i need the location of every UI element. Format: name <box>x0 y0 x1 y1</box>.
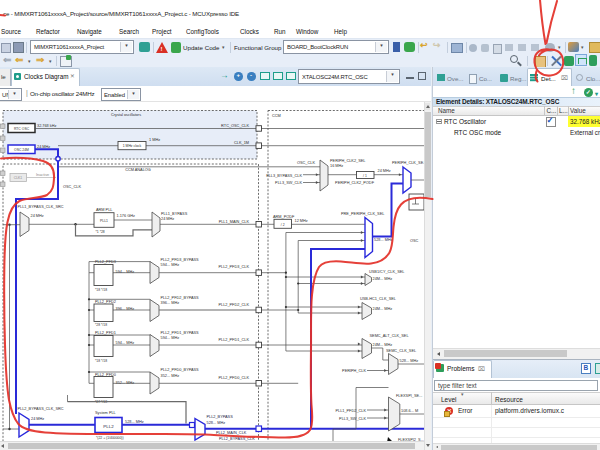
svg-text:528... MHz: 528... MHz <box>125 420 144 424</box>
svg-text:PLL1_PFD2_CLK: PLL1_PFD2_CLK <box>335 409 366 413</box>
svg-text:PLL2: PLL2 <box>103 424 114 429</box>
svg-text:594... MHz: 594... MHz <box>161 336 180 340</box>
svg-text:594... MHz: 594... MHz <box>161 263 180 267</box>
svg-text:PLL2_PFD2_CLK: PLL2_PFD2_CLK <box>218 303 249 307</box>
svg-text:352... MHz: 352... MHz <box>161 374 180 378</box>
svg-text:396... MHz: 396... MHz <box>161 301 180 305</box>
svg-text:528... MHz: 528... MHz <box>374 238 393 242</box>
svg-text:USB1/CY_CLK_SEL: USB1/CY_CLK_SEL <box>369 270 405 274</box>
svg-text:PLL2_PFD3_BYPASS: PLL2_PFD3_BYPASS <box>161 258 200 262</box>
svg-text:PLL2_PFD1: PLL2_PFD1 <box>95 331 116 335</box>
svg-text:396... MHz: 396... MHz <box>116 307 135 311</box>
svg-text:OSC_CLK: OSC_CLK <box>63 185 81 189</box>
svg-text:PLL2_PFD0_CLK: PLL2_PFD0_CLK <box>218 376 249 380</box>
svg-text:24M... MHz: 24M... MHz <box>373 343 393 347</box>
svg-text:PERIPH_CLK2_SEL: PERIPH_CLK2_SEL <box>330 159 366 163</box>
svg-text:ARM_PODF: ARM_PODF <box>273 215 295 219</box>
svg-text:528... MHz: 528... MHz <box>400 359 419 363</box>
svg-text:PLL1_BYPASS_CLK_SRC: PLL1_BYPASS_CLK_SRC <box>18 205 64 209</box>
svg-text:RTC OSC: RTC OSC <box>14 127 30 131</box>
svg-text:*(22 + (1/400000)): *(22 + (1/400000)) <box>96 436 124 440</box>
svg-text:PLL1_MAIN_CLK: PLL1_MAIN_CLK <box>219 220 250 224</box>
svg-text:/ 2: / 2 <box>281 223 285 227</box>
svg-text:24M... MHz: 24M... MHz <box>373 307 393 311</box>
svg-text:24 MHz: 24 MHz <box>378 169 391 173</box>
svg-text:594... MHz: 594... MHz <box>116 341 135 345</box>
svg-text:PLL3_BYPASS_CLK: PLL3_BYPASS_CLK <box>266 174 302 178</box>
svg-text:1 MHz: 1 MHz <box>149 138 160 142</box>
svg-text:System PLL: System PLL <box>95 411 117 415</box>
svg-text:PERIPH_CLK2_PODF: PERIPH_CLK2_PODF <box>335 181 375 185</box>
svg-text:PLL2_BYPASS_CLK_SRC: PLL2_BYPASS_CLK_SRC <box>18 407 64 411</box>
svg-text:CLK_1M: CLK_1M <box>234 141 249 145</box>
svg-text:PLL2_PFD0: PLL2_PFD0 <box>95 373 116 377</box>
svg-text:24 MHz: 24 MHz <box>31 214 44 218</box>
svg-text:PLL3_SW_CLK: PLL3_SW_CLK <box>339 417 366 421</box>
svg-text:PLL2_PFD2: PLL2_PFD2 <box>95 300 116 304</box>
svg-text:RTC_OSC_CLK: RTC_OSC_CLK <box>221 124 249 128</box>
svg-text:FLEXSPI_SE...: FLEXSPI_SE... <box>396 394 422 398</box>
svg-text:PLL1_BYPASS: PLL1_BYPASS <box>161 212 188 216</box>
svg-text:PLL2_PFD3: PLL2_PFD3 <box>95 260 116 264</box>
svg-text:108.6... M: 108.6... M <box>401 409 418 413</box>
svg-text:Crystal oscillators: Crystal oscillators <box>111 113 141 117</box>
svg-text:PERIPH_CLK_SE...: PERIPH_CLK_SE... <box>392 161 426 165</box>
svg-text:Inactive: Inactive <box>36 173 49 177</box>
svg-text:OSC 24M: OSC 24M <box>14 148 29 152</box>
svg-text:PLL2_PFD1_CLK: PLL2_PFD1_CLK <box>218 338 249 342</box>
svg-text:PLL2_BYPASS: PLL2_BYPASS <box>207 415 234 419</box>
svg-text:ARM PLL: ARM PLL <box>96 208 113 212</box>
svg-text:CCM: CCM <box>272 114 281 118</box>
svg-text:PLL2_PFD1_BYPASS: PLL2_PFD1_BYPASS <box>161 331 200 335</box>
svg-text:SEMC_ALT_CLK_SEL: SEMC_ALT_CLK_SEL <box>370 334 410 338</box>
svg-text:PLL2_MAIN_CLK: PLL2_MAIN_CLK <box>216 431 247 435</box>
svg-text:USB-HC1_CLK_SEL: USB-HC1_CLK_SEL <box>360 297 397 301</box>
svg-text:*28 */18: *28 */18 <box>95 323 107 327</box>
svg-text:24 MHz: 24 MHz <box>31 417 44 421</box>
svg-text:SEMC_CLK_SEL: SEMC_CLK_SEL <box>386 349 417 353</box>
svg-text:1.176 GHz: 1.176 GHz <box>117 214 135 218</box>
svg-text:OSC_CLK: OSC_CLK <box>297 161 315 165</box>
svg-text:OSC: OSC <box>410 239 419 243</box>
svg-text:*18 */18: *18 */18 <box>95 359 107 363</box>
svg-text:PLL2_PFD0_BYPASS: PLL2_PFD0_BYPASS <box>161 368 200 372</box>
svg-text:PLL3_SW_CLK: PLL3_SW_CLK <box>275 181 302 185</box>
svg-text:32.768 kHz: 32.768 kHz <box>37 124 57 128</box>
svg-text:CCM ANALOG: CCM ANALOG <box>125 168 151 172</box>
svg-text:*18 */18: *18 */18 <box>95 288 107 292</box>
svg-text:24 MHz: 24 MHz <box>37 145 50 149</box>
svg-text:PLL2_PFD3_CLK: PLL2_PFD3_CLK <box>218 265 249 269</box>
svg-text:PLL2_PFD2_BYPASS: PLL2_PFD2_BYPASS <box>161 296 200 300</box>
svg-text:PRE_PERIPH_CLK_SEL: PRE_PERIPH_CLK_SEL <box>341 212 385 216</box>
svg-text:*1 *28: *1 *28 <box>96 230 105 234</box>
svg-text:1 MHz clock: 1 MHz clock <box>123 144 142 148</box>
svg-text:12 MHz: 12 MHz <box>295 219 308 223</box>
svg-text:24M... MHz: 24M... MHz <box>373 277 393 281</box>
svg-text:CLK1: CLK1 <box>14 176 23 180</box>
svg-text:528... MHz: 528... MHz <box>207 421 226 425</box>
svg-text:16 MHz: 16 MHz <box>330 164 343 168</box>
svg-text:24 MHz: 24 MHz <box>161 217 174 221</box>
svg-text:PLL1: PLL1 <box>100 219 108 223</box>
svg-text:PERIPH_CLK: PERIPH_CLK <box>342 369 366 373</box>
svg-text:/ 1: / 1 <box>363 174 367 178</box>
